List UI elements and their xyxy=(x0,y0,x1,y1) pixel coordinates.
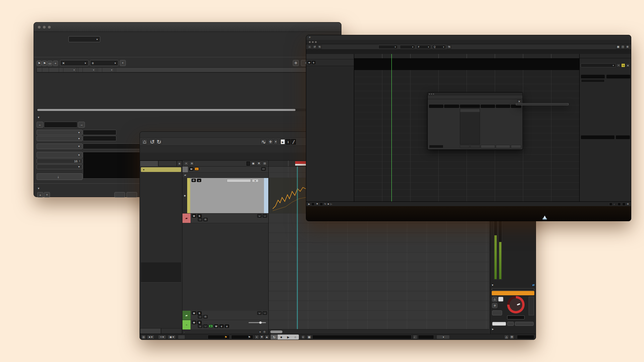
quick-analysis-button[interactable] xyxy=(227,179,251,182)
tempo-field[interactable] xyxy=(618,202,621,206)
record-icon[interactable]: ● xyxy=(257,214,262,218)
audio-mode-dropdown[interactable]: ≈ ▾ xyxy=(158,335,166,339)
mute-button[interactable]: M xyxy=(189,167,194,171)
primary-time-display[interactable] xyxy=(312,335,412,339)
foley-track-lane[interactable] xyxy=(269,320,489,330)
search-icon[interactable]: ⊙ xyxy=(262,162,267,166)
end-label[interactable]: ▼ xyxy=(37,136,83,141)
add-track-icon[interactable]: + xyxy=(184,162,189,166)
punch-out-icon[interactable]: ▲ xyxy=(265,335,269,339)
column-dropdown[interactable]: ≡▼ xyxy=(90,60,118,66)
close-icon[interactable] xyxy=(309,41,311,43)
cycle-icon[interactable]: ↻ xyxy=(324,203,326,205)
undo-icon[interactable]: ↺ xyxy=(149,139,155,144)
fill-time[interactable] xyxy=(429,145,443,148)
marker-editor-heading[interactable]: ▼ xyxy=(37,115,42,119)
aq-button[interactable] xyxy=(178,335,185,339)
monitor-icon[interactable]: ◖ xyxy=(263,214,267,218)
write-button[interactable]: W xyxy=(214,324,218,328)
gear-icon[interactable]: ⚙ xyxy=(509,335,514,339)
automation-mode-icon[interactable]: ∿ xyxy=(261,139,267,144)
solo-button[interactable]: S xyxy=(197,321,202,324)
left-locator-field[interactable]: ⚑ xyxy=(208,335,230,339)
menu-icon[interactable]: ≡ xyxy=(177,161,182,166)
window-controls[interactable] xyxy=(38,26,51,28)
duplicate-track-icon[interactable]: ⧺ xyxy=(190,162,194,166)
adr-up-button[interactable]: ▴ xyxy=(37,192,43,197)
camera-icon[interactable]: ◉ xyxy=(251,162,256,166)
tap-button[interactable] xyxy=(622,202,626,206)
video-track-header[interactable]: M S xyxy=(306,59,354,66)
power-button[interactable]: ⊙ xyxy=(192,179,196,182)
foley-track-row[interactable]: ≈ MS ●◖RWeo xyxy=(182,320,268,330)
home-icon[interactable]: ⌂ xyxy=(142,139,148,144)
tab-editor[interactable] xyxy=(161,328,182,334)
chevron-down-icon[interactable]: ▼ xyxy=(259,331,261,333)
marker-id-field[interactable] xyxy=(44,122,77,128)
volume-slider[interactable] xyxy=(249,322,266,323)
record-button[interactable]: ○ xyxy=(292,335,299,340)
minimize-icon[interactable] xyxy=(312,41,314,43)
lock-icon[interactable]: ▪ xyxy=(255,335,259,339)
record-icon[interactable]: ● xyxy=(198,324,202,328)
settings-gear-icon[interactable]: ⚙ xyxy=(293,60,299,66)
play-icon[interactable]: ▷ xyxy=(330,203,332,205)
read-button[interactable]: R xyxy=(209,324,213,328)
range-tool-icon[interactable]: I xyxy=(286,139,290,144)
hide-all-button[interactable] xyxy=(511,145,521,148)
tab-visibility[interactable] xyxy=(158,161,177,166)
io-channels-row[interactable]: ▰ xyxy=(182,173,268,178)
filter-icon[interactable]: ▼ xyxy=(257,162,261,166)
quantize-dropdown[interactable]: Q▼ xyxy=(432,45,446,49)
inout-button[interactable] xyxy=(126,192,137,197)
stepper-icon[interactable]: ↕ xyxy=(79,160,80,163)
load-button[interactable] xyxy=(460,145,470,148)
zoom-icon[interactable] xyxy=(433,94,434,95)
channel-count[interactable] xyxy=(507,322,514,326)
video-track-row[interactable]: M▪▭ xyxy=(182,167,268,173)
folder-icon[interactable]: ▰ xyxy=(182,311,191,320)
dialogue-label[interactable]: ▼ xyxy=(37,152,83,158)
collapse-icon[interactable]: ▼ xyxy=(37,187,40,190)
mix-source-button[interactable] xyxy=(492,291,534,295)
gear-icon[interactable]: ⚙ xyxy=(626,45,630,49)
monitor-icon[interactable]: ◖ xyxy=(263,311,267,315)
record-mode-dropdown[interactable]: ● ▾ xyxy=(147,335,154,339)
locate-icon[interactable]: ▶ xyxy=(308,203,310,205)
metronome-icon[interactable]: △ xyxy=(504,335,509,339)
chevron-down-icon[interactable]: ▼ xyxy=(274,139,278,144)
add-marker-button[interactable]: ⚑ xyxy=(37,61,42,66)
adr-section-heading[interactable]: ▼ xyxy=(37,186,42,190)
monitor-icon[interactable]: ◖ xyxy=(203,324,208,328)
close-icon[interactable] xyxy=(38,26,41,28)
punch-icon[interactable]: ⚑ xyxy=(316,203,318,205)
add-cycle-marker-button[interactable]: ⚑ xyxy=(42,61,47,66)
apple-icon[interactable]: ⍟ xyxy=(309,36,311,39)
listen-button[interactable] xyxy=(498,297,503,302)
main-section-header[interactable]: ▼⇄ xyxy=(491,283,535,287)
dim-button[interactable] xyxy=(492,310,502,315)
folder-icon[interactable]: ▰ xyxy=(182,214,191,223)
zoom-icon[interactable] xyxy=(315,41,317,43)
foley-folder-track[interactable]: ▰ MS●◖ ≡⚙ xyxy=(182,311,268,320)
dialogue-folder-track[interactable]: ▰ MS●◖ ≡⚙ xyxy=(182,214,268,223)
save-button[interactable]: ↓ xyxy=(37,173,83,180)
zoom-icon[interactable] xyxy=(48,26,51,28)
auto-latch-dropdown[interactable]: ▼ xyxy=(581,63,616,67)
percent-icon[interactable]: % xyxy=(621,63,625,67)
cycle-button[interactable]: ↻ xyxy=(271,335,278,340)
marker-track-dropdown[interactable]: ▼ xyxy=(68,36,100,42)
functions-dropdown[interactable]: ✕▼ xyxy=(60,60,89,66)
home-icon[interactable]: ⌂ xyxy=(308,45,312,49)
position-label[interactable]: ▼ xyxy=(37,130,83,135)
cycle-marker-lower[interactable] xyxy=(295,164,306,166)
mute-button[interactable]: M xyxy=(192,311,196,315)
edit-channel-icon[interactable]: e xyxy=(219,324,224,328)
record-icon[interactable]: ● xyxy=(257,311,262,315)
touch-icon[interactable]: ⌁ xyxy=(616,63,621,67)
snap-icon[interactable]: % xyxy=(447,45,451,49)
thumbnail-toggle-icon[interactable]: ▭ xyxy=(261,167,266,171)
metronome-icon[interactable]: △ xyxy=(492,297,497,302)
delete-marker-button[interactable]: ▭ xyxy=(47,61,52,66)
automation-panel-titlebar[interactable] xyxy=(428,93,523,96)
